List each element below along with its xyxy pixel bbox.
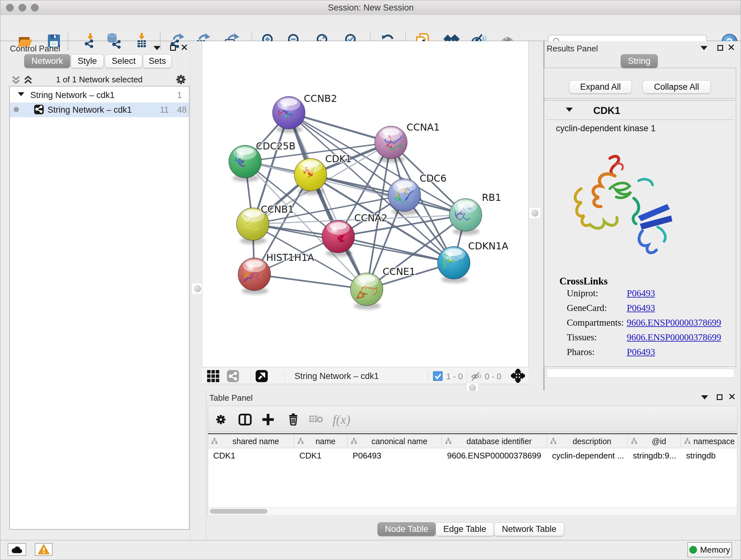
- split-columns-button[interactable]: [236, 411, 254, 428]
- crosslinks-title: CrossLinks: [559, 275, 608, 287]
- column-header-name[interactable]: name: [294, 434, 347, 448]
- network-node-RB1[interactable]: [449, 199, 482, 235]
- import-table-button[interactable]: [132, 32, 151, 50]
- crosslink-label: Tissues:: [567, 332, 597, 343]
- collapse-all-tree-icon[interactable]: [11, 74, 21, 85]
- titlebar: Session: New Session: [0, 0, 741, 15]
- network-tree-row[interactable]: String Network – cdk11: [10, 88, 189, 103]
- column-header-sharedname[interactable]: shared name: [208, 434, 294, 448]
- tab-sets[interactable]: Sets: [143, 54, 172, 68]
- network-node-CDC6[interactable]: [388, 179, 421, 215]
- table-cell[interactable]: stringdb:9...: [628, 448, 681, 461]
- collapse-all-button[interactable]: Collapse All: [643, 80, 711, 94]
- function-builder-icon: f(x): [333, 412, 350, 427]
- results-panel-menu-icon[interactable]: [700, 46, 708, 50]
- tab-style[interactable]: Style: [71, 54, 104, 68]
- results-panel-close-icon[interactable]: ✕: [727, 44, 735, 51]
- crosslink-link[interactable]: P06493: [627, 288, 655, 299]
- expand-all-tree-icon[interactable]: [23, 74, 33, 85]
- table-panel-title: Table Panel: [209, 393, 253, 403]
- tree-expander-icon[interactable]: [17, 91, 24, 97]
- tab-node-table[interactable]: Node Table: [378, 522, 435, 536]
- node-label-CDKN1A: CDKN1A: [468, 240, 509, 252]
- network-node-CCNE1[interactable]: [350, 273, 383, 309]
- results-panel-float-icon[interactable]: [718, 45, 723, 51]
- table-cell[interactable]: 9606.ENSP00000378699: [442, 448, 547, 461]
- import-database-button[interactable]: [104, 32, 123, 50]
- crosslink-link[interactable]: P06493: [627, 347, 655, 357]
- open-in-window-icon[interactable]: [256, 370, 268, 382]
- import-network-button[interactable]: [81, 32, 99, 50]
- table-cell[interactable]: CDK1: [294, 448, 347, 461]
- warning-button[interactable]: [35, 543, 53, 556]
- add-column-button[interactable]: [259, 411, 277, 428]
- network-node-HIST1H1A[interactable]: [238, 258, 271, 294]
- window-title: Session: New Session: [0, 3, 741, 13]
- tab-select[interactable]: Select: [105, 54, 142, 68]
- column-header-databaseidentifier[interactable]: database identifier: [442, 434, 547, 448]
- tree-group-label: String Network – cdk1: [30, 90, 115, 100]
- column-header-namespace[interactable]: namespace: [681, 434, 738, 448]
- right-splitter[interactable]: [529, 41, 543, 390]
- tab-string[interactable]: String: [621, 54, 658, 68]
- add-column-icon: [261, 413, 275, 426]
- network-type-icon: [34, 105, 44, 114]
- cloud-button[interactable]: [8, 543, 26, 556]
- table-cell[interactable]: stringdb: [681, 448, 738, 461]
- network-node-CCNA1[interactable]: [375, 126, 407, 163]
- tab-network[interactable]: Network: [24, 54, 70, 68]
- right-splitter-grip[interactable]: [529, 207, 541, 219]
- network-canvas[interactable]: CCNB2CCNA1CDC25BCDK1CDC6RB1CCNB1CCNA2CDK…: [202, 41, 529, 367]
- toolbar-divider: [68, 33, 68, 50]
- column-header-description[interactable]: description: [547, 434, 628, 448]
- scrollbar-thumb[interactable]: [210, 509, 267, 514]
- gear-icon: [214, 413, 227, 426]
- table-panel-float-icon[interactable]: [717, 394, 723, 400]
- network-node-CCNA2[interactable]: [322, 220, 354, 257]
- selected-checkbox-icon[interactable]: [433, 371, 443, 381]
- delete-row-button[interactable]: [284, 411, 302, 428]
- column-header-id[interactable]: @id: [628, 434, 681, 448]
- table-panel-close-icon[interactable]: ✕: [728, 394, 736, 400]
- protein-structure-image: [562, 150, 683, 262]
- main-toolbar: ?: [0, 15, 741, 41]
- crosslink-link[interactable]: 9606.ENSP00000378699: [627, 317, 721, 328]
- gear-button[interactable]: [212, 411, 230, 428]
- network-options-gear-icon[interactable]: [175, 73, 187, 86]
- table-cell[interactable]: P06493: [347, 448, 442, 461]
- control-panel-float-icon[interactable]: [170, 45, 176, 51]
- network-node-CCNB2[interactable]: [273, 97, 305, 133]
- tab-edge-table[interactable]: Edge Table: [435, 522, 494, 536]
- results-actions-box: Expand All Collapse All: [544, 68, 736, 99]
- gene-symbol: CDK1: [593, 105, 620, 117]
- network-share-icon[interactable]: [227, 370, 239, 382]
- cloud-icon: [10, 545, 23, 554]
- crosslink-link[interactable]: P06493: [627, 303, 655, 313]
- network-row-label: String Network – cdk1: [48, 105, 132, 115]
- expand-all-button[interactable]: Expand All: [569, 80, 632, 94]
- birdseye-grid-icon[interactable]: [207, 370, 219, 382]
- column-header-canonicalname[interactable]: canonical name: [347, 434, 442, 448]
- table-cell[interactable]: CDK1: [208, 448, 294, 461]
- import-network-icon: [82, 33, 98, 49]
- network-node-CDKN1A[interactable]: [437, 246, 470, 283]
- control-panel-menu-icon[interactable]: [153, 46, 160, 50]
- results-scrollbar[interactable]: [547, 369, 734, 378]
- table-panel-menu-icon[interactable]: [701, 395, 708, 399]
- control-panel-close-icon[interactable]: ✕: [180, 44, 188, 51]
- left-splitter[interactable]: [190, 41, 202, 540]
- crosslink-link[interactable]: 9606.ENSP00000378699: [627, 332, 721, 343]
- fit-content-crosshair-icon[interactable]: [511, 369, 525, 383]
- import-table-icon: [133, 33, 150, 49]
- node-label-HIST1H1A: HIST1H1A: [266, 252, 314, 263]
- gene-collapse-icon[interactable]: [566, 108, 573, 112]
- table-horizontal-scrollbar[interactable]: [208, 507, 737, 515]
- status-bar: Memory: [0, 540, 741, 560]
- tab-network-table[interactable]: Network Table: [494, 522, 564, 536]
- crosslink-label: Compartments:: [567, 317, 624, 328]
- network-node-CDK1[interactable]: [294, 159, 327, 195]
- memory-status-icon: [689, 546, 697, 554]
- memory-button[interactable]: Memory: [687, 542, 732, 557]
- table-cell[interactable]: cyclin-dependent ...: [547, 448, 628, 461]
- network-tree-row[interactable]: String Network – cdk11148: [10, 103, 189, 117]
